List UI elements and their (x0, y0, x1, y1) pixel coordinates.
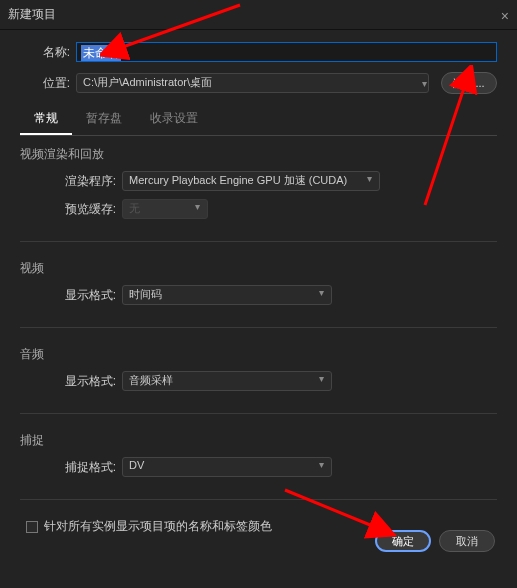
close-icon[interactable]: × (501, 8, 509, 24)
section-video: 视频 显示格式: 时间码 (20, 260, 497, 328)
location-label: 位置: (20, 75, 70, 92)
renderer-label: 渲染程序: (50, 173, 116, 190)
preview-label: 预览缓存: (50, 201, 116, 218)
tab-body: 视频渲染和回放 渲染程序: Mercury Playback Engine GP… (20, 136, 497, 545)
show-names-label: 针对所有实例显示项目项的名称和标签颜色 (44, 518, 272, 535)
capture-format-select[interactable]: DV (122, 457, 332, 477)
name-input-value: 未命名 (81, 45, 121, 61)
preview-select: 无 (122, 199, 208, 219)
browse-button[interactable]: 浏览... (441, 72, 497, 94)
name-label: 名称: (20, 44, 70, 61)
capture-format-label: 捕捉格式: (50, 459, 116, 476)
location-row: 位置: C:\用户\Administrator\桌面 浏览... (20, 72, 497, 94)
section-render-title: 视频渲染和回放 (20, 146, 497, 163)
section-video-title: 视频 (20, 260, 497, 277)
section-audio-title: 音频 (20, 346, 497, 363)
section-capture: 捕捉 捕捉格式: DV (20, 432, 497, 500)
video-format-select[interactable]: 时间码 (122, 285, 332, 305)
tab-ingest[interactable]: 收录设置 (136, 104, 212, 135)
section-capture-title: 捕捉 (20, 432, 497, 449)
video-format-label: 显示格式: (50, 287, 116, 304)
titlebar: 新建项目 × (0, 0, 517, 30)
section-render: 视频渲染和回放 渲染程序: Mercury Playback Engine GP… (20, 146, 497, 242)
dialog-title: 新建项目 (8, 6, 56, 23)
audio-format-label: 显示格式: (50, 373, 116, 390)
tab-scratch[interactable]: 暂存盘 (72, 104, 136, 135)
tab-general[interactable]: 常规 (20, 104, 72, 135)
tabs: 常规 暂存盘 收录设置 (20, 104, 497, 136)
section-audio: 音频 显示格式: 音频采样 (20, 346, 497, 414)
audio-format-select[interactable]: 音频采样 (122, 371, 332, 391)
ok-button[interactable]: 确定 (375, 530, 431, 552)
name-input[interactable]: 未命名 (76, 42, 497, 62)
cancel-button[interactable]: 取消 (439, 530, 495, 552)
dialog-content: 名称: 未命名 位置: C:\用户\Administrator\桌面 浏览...… (0, 30, 517, 545)
footer: 确定 取消 (375, 530, 495, 552)
name-row: 名称: 未命名 (20, 42, 497, 62)
renderer-select[interactable]: Mercury Playback Engine GPU 加速 (CUDA) (122, 171, 380, 191)
show-names-checkbox[interactable] (26, 521, 38, 533)
location-select[interactable]: C:\用户\Administrator\桌面 (76, 73, 429, 93)
